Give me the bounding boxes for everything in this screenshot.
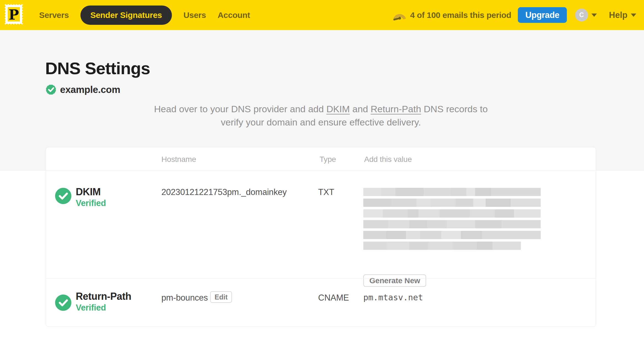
nav-servers[interactable]: Servers bbox=[39, 10, 69, 20]
intro-text: Head over to your DNS provider and add D… bbox=[46, 102, 596, 129]
table-header-row: Hostname Type Add this value bbox=[46, 147, 596, 170]
intro-part-1: Head over to your DNS provider and add bbox=[154, 104, 326, 114]
column-header-add-this-value: Add this value bbox=[364, 155, 412, 164]
nav-sender-signatures[interactable]: Sender Signatures bbox=[80, 6, 172, 25]
column-header-hostname: Hostname bbox=[161, 155, 196, 164]
stamp-logo-icon: P bbox=[4, 4, 23, 25]
intro-part-2: and bbox=[350, 104, 371, 114]
usage-gauge-icon bbox=[393, 10, 406, 20]
avatar[interactable]: C bbox=[575, 9, 588, 22]
intro-part-3: DNS records to bbox=[421, 104, 488, 114]
table-row-return-path: Return-Path Verified pm-bounces Edit CNA… bbox=[46, 278, 596, 327]
record-name: Return-Path bbox=[76, 291, 131, 302]
table-row-dkim: DKIM Verified 20230121221753pm._domainke… bbox=[46, 171, 596, 278]
redacted-line bbox=[363, 231, 541, 239]
page-title: DNS Settings bbox=[45, 58, 150, 78]
record-type: CNAME bbox=[318, 293, 349, 303]
record-type: TXT bbox=[318, 187, 334, 197]
edit-button[interactable]: Edit bbox=[210, 291, 232, 303]
topbar-right-cluster: 4 of 100 emails this period Upgrade C He… bbox=[393, 0, 636, 30]
cname-value: pm.mtasv.net bbox=[363, 293, 423, 302]
redacted-line bbox=[363, 220, 541, 228]
column-header-type: Type bbox=[320, 155, 336, 164]
domain-row: example.com bbox=[45, 84, 120, 96]
brand-letter: P bbox=[9, 7, 19, 23]
hostname-value: pm-bounces bbox=[161, 293, 208, 303]
account-caret-icon[interactable] bbox=[591, 14, 597, 17]
redacted-line bbox=[363, 209, 541, 218]
upgrade-button[interactable]: Upgrade bbox=[518, 7, 567, 23]
primary-nav: Servers Sender Signatures Users Account bbox=[39, 0, 250, 30]
postmark-app: P Servers Sender Signatures Users Accoun… bbox=[0, 0, 644, 337]
verified-seal-icon bbox=[45, 84, 57, 96]
hostname-value: 20230121221753pm._domainkey bbox=[161, 187, 287, 197]
intro-line-2: verify your domain and ensure effective … bbox=[221, 117, 421, 127]
usage-text: 4 of 100 emails this period bbox=[410, 10, 511, 20]
record-name: DKIM bbox=[76, 186, 101, 198]
domain-name: example.com bbox=[60, 84, 120, 95]
top-nav-bar: P Servers Sender Signatures Users Accoun… bbox=[0, 0, 644, 30]
status-badge: Verified bbox=[76, 303, 106, 313]
verified-check-icon bbox=[55, 295, 71, 311]
verified-check-icon bbox=[55, 188, 71, 204]
help-menu[interactable]: Help bbox=[609, 10, 627, 20]
nav-users[interactable]: Users bbox=[183, 10, 206, 20]
dns-records-card: Hostname Type Add this value DKIM Verifi… bbox=[46, 147, 596, 327]
help-caret-icon[interactable] bbox=[631, 14, 636, 17]
redacted-line bbox=[363, 242, 521, 250]
status-badge: Verified bbox=[76, 198, 106, 208]
redacted-line bbox=[363, 188, 541, 196]
postmark-logo[interactable]: P bbox=[4, 4, 23, 25]
redacted-value bbox=[363, 188, 541, 250]
return-path-link[interactable]: Return-Path bbox=[371, 104, 421, 114]
nav-account[interactable]: Account bbox=[218, 10, 250, 20]
redacted-line bbox=[363, 199, 541, 207]
dkim-link[interactable]: DKIM bbox=[326, 104, 350, 114]
